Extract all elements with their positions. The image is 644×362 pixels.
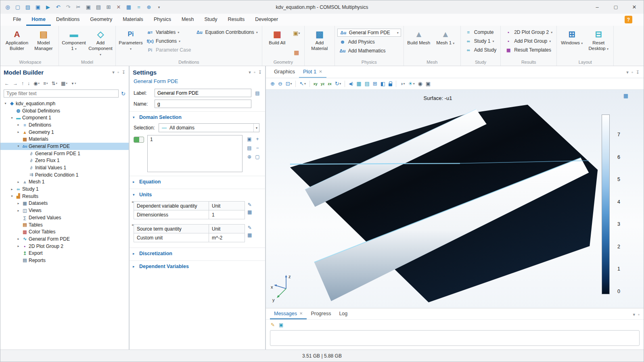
- tree-item-global-definitions[interactable]: ◍Global Definitions: [0, 107, 129, 114]
- zoom-out-icon[interactable]: ⊖: [277, 80, 284, 87]
- model-manager-button[interactable]: ▤ Model Manager: [31, 27, 56, 52]
- sort-icon[interactable]: ⇅▾: [52, 81, 58, 86]
- selection-list-item[interactable]: 1: [150, 137, 240, 142]
- move-up-icon[interactable]: ↑: [21, 81, 24, 86]
- tree-chevron-icon[interactable]: ▸: [16, 202, 21, 205]
- refresh-icon[interactable]: ↻: [121, 91, 125, 97]
- add-mathematics-button[interactable]: Δu Add Mathematics: [337, 47, 401, 54]
- build-all-geometry-button[interactable]: ▦ Build All: [265, 27, 290, 46]
- plot-group-2d-2-button[interactable]: ▪ 2D Plot Group 2 ▾: [503, 29, 554, 36]
- tree-item-tables[interactable]: ▤Tables: [0, 221, 129, 229]
- variables-button[interactable]: a= Variables ▾: [145, 29, 192, 36]
- messages-output-area[interactable]: [270, 330, 640, 346]
- add-material-button[interactable]: ▩ Add Material: [307, 27, 332, 52]
- tab-graphics[interactable]: Graphics: [270, 66, 299, 78]
- tree-item-derived-values[interactable]: ∑Derived Values: [0, 214, 129, 221]
- rename-icon[interactable]: ▤: [254, 89, 261, 97]
- customize-toolbar-chevron[interactable]: ▾: [154, 2, 164, 12]
- copy-icon[interactable]: ▣: [84, 2, 93, 12]
- parameters-button[interactable]: Pi Parameters ▾: [118, 27, 143, 52]
- selection-list[interactable]: 1: [147, 135, 243, 172]
- go-to-view-icon[interactable]: ↖▾: [298, 80, 307, 87]
- geometry-parts-icon[interactable]: ▦: [291, 48, 302, 57]
- compute-icon[interactable]: =: [134, 2, 144, 12]
- application-builder-button[interactable]: A Application Builder: [4, 27, 29, 52]
- section-equation[interactable]: ▸ Equation: [130, 176, 265, 187]
- quantity-cell[interactable]: Dimensionless: [134, 210, 209, 219]
- copy-log-icon[interactable]: ▣: [279, 322, 283, 328]
- tree-item-general-form-pde-1[interactable]: ∂General Form PDE 1: [0, 150, 129, 157]
- duplicate-icon[interactable]: ⊞: [104, 2, 113, 12]
- plot-area[interactable]: Surface: -u1 ▦ 7 6 5 4 3 2 1 0: [266, 89, 644, 308]
- tree-chevron-icon[interactable]: ▸: [16, 123, 21, 127]
- unit-table-icon[interactable]: ▦: [247, 209, 252, 215]
- tab-messages[interactable]: Messages ✕: [270, 308, 307, 319]
- tree-chevron-icon[interactable]: ▸: [16, 244, 21, 248]
- panel-float-icon[interactable]: ▫: [638, 312, 640, 317]
- plot-array-icon[interactable]: ⊞: [372, 80, 378, 87]
- tab-log[interactable]: Log: [335, 308, 351, 319]
- tree-item-materials[interactable]: ▩Materials: [0, 135, 129, 143]
- add-component-button[interactable]: ◇ Add Component ▾: [88, 27, 113, 57]
- panel-float-icon[interactable]: ▫: [631, 70, 633, 75]
- new-file-icon[interactable]: ▢: [13, 2, 23, 12]
- add-plot-group-button[interactable]: ▪ Add Plot Group ▾: [503, 37, 554, 45]
- panel-collapse-icon[interactable]: ▾: [112, 70, 115, 75]
- section-dependent-variables[interactable]: ▸ Dependent Variables: [130, 260, 265, 271]
- tab-plot-1[interactable]: Plot 1 ✕: [299, 66, 326, 78]
- edit-unit-icon[interactable]: ✎: [247, 202, 252, 208]
- zoom-in-icon[interactable]: ⊕: [269, 80, 276, 87]
- tab-progress[interactable]: Progress: [307, 308, 335, 319]
- panel-float-icon[interactable]: ▫: [117, 70, 119, 75]
- sound-icon[interactable]: ◀): [347, 81, 354, 87]
- menu-tab-developer[interactable]: Developer: [250, 14, 283, 26]
- windows-button[interactable]: ⊞ Windows ▾: [559, 27, 584, 46]
- image-grid-icon[interactable]: ▦: [355, 80, 362, 87]
- tree-chevron-icon[interactable]: ▾: [9, 194, 15, 198]
- section-units[interactable]: ▾ Units: [130, 189, 265, 200]
- maximize-button[interactable]: ▢: [606, 0, 625, 14]
- insert-sequence-icon[interactable]: ▣▾: [291, 29, 302, 37]
- select-window-icon[interactable]: ◧: [379, 80, 387, 87]
- tree-item-initial-values-1[interactable]: ∂Initial Values 1: [0, 164, 129, 171]
- edit-unit-icon[interactable]: ✎: [247, 225, 252, 231]
- compute-button[interactable]: = Compute: [463, 29, 498, 36]
- tree-item-root[interactable]: ▾◆kdv_equation.mph: [0, 100, 129, 107]
- redo-icon[interactable]: ↷: [63, 2, 73, 12]
- filter-icon[interactable]: ▼▾: [71, 82, 76, 85]
- close-tab-icon[interactable]: ✕: [299, 311, 303, 316]
- tree-item-2d-plot-group-2[interactable]: ▸▪2D Plot Group 2: [0, 243, 129, 250]
- name-input[interactable]: [155, 100, 251, 108]
- node-text-icon[interactable]: ≡▾: [43, 81, 48, 86]
- panel-pin-icon[interactable]: ↧: [636, 70, 640, 75]
- menu-tab-geometry[interactable]: Geometry: [85, 14, 117, 26]
- view-yz-icon[interactable]: yz: [320, 81, 326, 87]
- tree-item-export[interactable]: ↥Export: [0, 250, 129, 257]
- tree-item-results[interactable]: ▾▟Results: [0, 193, 129, 200]
- study-1-button[interactable]: ∞ Study 1 ▾: [463, 37, 498, 45]
- panel-pin-icon[interactable]: ↧: [258, 70, 262, 75]
- build-mesh-button[interactable]: ▲ Build Mesh: [406, 27, 431, 46]
- add-selection-icon[interactable]: +: [254, 135, 261, 143]
- unit-cell[interactable]: m^-2: [209, 233, 245, 242]
- selection-dropdown[interactable]: — All domains ▾: [159, 123, 259, 132]
- scene-light-icon[interactable]: ◑▾: [399, 80, 406, 87]
- cut-icon[interactable]: ✂: [73, 2, 83, 12]
- menu-tab-file[interactable]: File: [8, 14, 26, 26]
- build-all-icon[interactable]: ▦: [124, 2, 134, 12]
- close-tab-icon[interactable]: ✕: [319, 69, 322, 74]
- result-templates-button[interactable]: ▦ Result Templates: [503, 46, 554, 54]
- move-down-icon[interactable]: ↓: [27, 81, 30, 86]
- tree-chevron-icon[interactable]: ▸: [16, 209, 21, 212]
- show-icon[interactable]: ◉▾: [33, 81, 40, 86]
- panel-collapse-icon[interactable]: ▾: [626, 70, 629, 75]
- print-icon[interactable]: ▣: [424, 80, 432, 87]
- tree-item-results-general-form-pde[interactable]: ▸∿General Form PDE: [0, 235, 129, 243]
- lock-icon[interactable]: [387, 80, 393, 87]
- tree-item-datasets[interactable]: ▸▦Datasets: [0, 200, 129, 207]
- panel-collapse-icon[interactable]: ▾: [633, 312, 636, 317]
- tree-chevron-icon[interactable]: ▸: [16, 180, 21, 184]
- menu-tab-home[interactable]: Home: [26, 14, 51, 26]
- zoom-to-selection-icon[interactable]: ⊕: [246, 153, 253, 161]
- reset-desktop-button[interactable]: ⊟ Reset Desktop ▾: [586, 27, 611, 52]
